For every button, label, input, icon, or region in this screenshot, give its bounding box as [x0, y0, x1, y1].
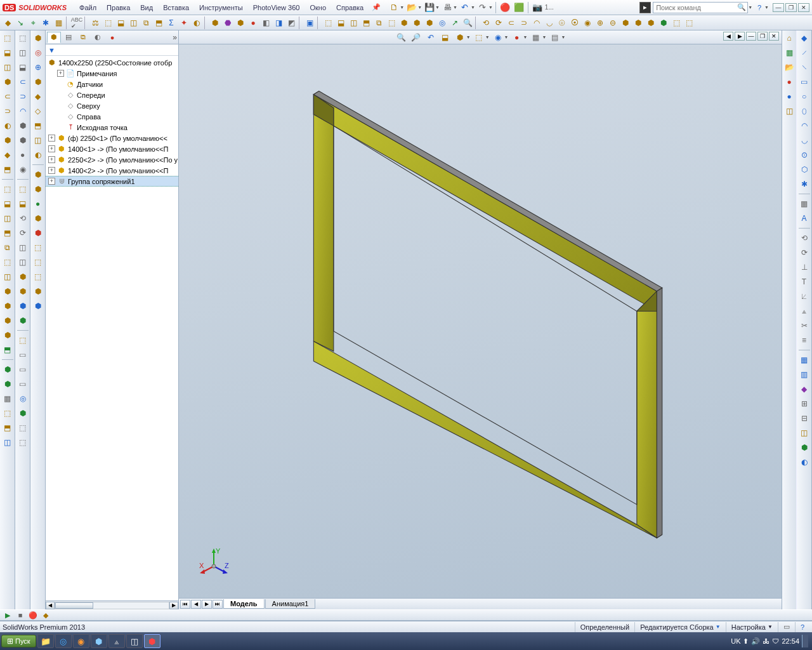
vtool-icon[interactable]: ⬓ [1, 197, 14, 210]
vtool-icon[interactable]: ⬢ [16, 270, 29, 283]
start-button[interactable]: ⊞ Пуск [1, 635, 36, 647]
tray-icon[interactable]: ⬆ [743, 637, 749, 646]
3d-viewport[interactable]: Y X Z [179, 44, 782, 598]
dropdown-arrow-icon[interactable]: ▼ [748, 5, 752, 10]
vtool-icon[interactable]: ⬢ [32, 300, 44, 312]
tray-shield-icon[interactable]: 🛡 [772, 637, 779, 645]
dropdown-arrow-icon[interactable]: ▼ [485, 35, 490, 39]
vtool-icon[interactable]: ◫ [32, 134, 44, 147]
tree-row[interactable]: +⬢2250<2> -> (По умолчанию<<По у [46, 154, 178, 165]
taskbar-app[interactable]: ◎ [55, 634, 72, 648]
open-button[interactable]: 📂 [405, 1, 418, 14]
vtool-icon[interactable]: ⬚ [32, 256, 44, 269]
panel-scroll-h[interactable]: ◀ ▶ [46, 600, 178, 609]
taskbar-app[interactable]: ⬢ [91, 634, 107, 648]
tool-icon[interactable]: ▣ [304, 17, 315, 29]
tool-icon[interactable]: ⬒ [360, 17, 372, 29]
vtool-icon[interactable]: ⬚ [16, 421, 29, 434]
zoom-area-icon[interactable]: 🔎 [410, 32, 422, 43]
vtool-icon[interactable]: ⬢ [16, 300, 29, 312]
taskbar-app[interactable]: 📁 [37, 634, 54, 648]
tool-icon[interactable]: ↘ [15, 17, 26, 29]
scroll-right-button[interactable]: ▶ [169, 602, 178, 609]
vtool-icon[interactable]: ▦ [1, 392, 14, 405]
expand-icon[interactable]: + [57, 70, 64, 77]
vtool-icon[interactable]: ◫ [1, 212, 14, 225]
scroll-thumb[interactable] [55, 602, 93, 609]
expand-icon[interactable]: + [48, 145, 55, 152]
dropdown-arrow-icon[interactable]: ▼ [400, 5, 404, 10]
vtool-icon[interactable]: ◎ [16, 392, 29, 405]
tool-icon[interactable]: ⊕ [594, 17, 606, 29]
screenshot-button[interactable]: 📷 [531, 1, 544, 14]
tool-icon[interactable]: 🔍 [462, 17, 473, 29]
print-button[interactable]: 🖶 [441, 1, 454, 14]
vtool-icon[interactable]: ● [32, 197, 44, 210]
vtool-icon[interactable]: ◐ [1, 119, 14, 132]
vtool-icon[interactable]: ⬢ [16, 119, 29, 132]
vtool-icon[interactable]: ⬢ [1, 329, 14, 342]
vtool-icon[interactable]: ◫ [798, 427, 811, 439]
vtool-icon[interactable]: ⊙ [798, 149, 811, 161]
tab-next-button[interactable]: ▶ [202, 600, 212, 609]
vtool-icon[interactable]: ⬒ [1, 343, 14, 356]
zoom-fit-icon[interactable]: 🔍 [395, 32, 408, 43]
dropdown-arrow-icon[interactable]: ▼ [542, 35, 546, 39]
vtool-icon[interactable]: ⬢ [1, 300, 14, 312]
expand-icon[interactable]: + [48, 156, 55, 163]
dropdown-arrow-icon[interactable]: ▼ [523, 35, 528, 39]
tool-icon[interactable]: ⬓ [115, 17, 126, 29]
vtool-icon[interactable]: ⬚ [16, 183, 29, 196]
vtool-icon[interactable]: ◆ [1, 149, 14, 161]
vtool-icon[interactable]: ◫ [783, 105, 796, 117]
menu-tools[interactable]: Инструменты [194, 3, 248, 13]
scene-icon[interactable]: ▦ [529, 32, 542, 43]
lang-indicator[interactable]: UK [731, 637, 740, 645]
vtool-icon[interactable]: ● [16, 149, 29, 161]
tool-icon[interactable]: ▦ [53, 17, 64, 29]
tool-icon[interactable]: ⬣ [222, 17, 233, 29]
vtool-icon[interactable]: ⟳ [798, 246, 811, 259]
taskbar-app[interactable]: ◫ [126, 634, 143, 648]
vtool-icon[interactable]: ⬓ [16, 197, 29, 210]
doc-maximize-button[interactable]: ❐ [757, 32, 768, 41]
tree-row[interactable]: ◇Спереди [46, 90, 178, 100]
vtool-icon[interactable]: ▦ [783, 46, 796, 59]
undo-button[interactable]: ↶ [459, 1, 471, 14]
appearance-icon[interactable]: ● [511, 32, 523, 43]
tool-icon[interactable]: ⬓ [335, 17, 346, 29]
vtool-icon[interactable]: ◫ [16, 46, 29, 59]
redo-button[interactable]: ↷ [476, 1, 489, 14]
vtool-icon[interactable]: ◆ [798, 383, 811, 395]
tool-icon[interactable]: ⟲ [480, 17, 492, 29]
dropdown-arrow-icon[interactable]: ▼ [466, 35, 471, 39]
dropdown-arrow-icon[interactable]: ▼ [561, 35, 565, 39]
tool-icon[interactable]: ⊃ [518, 17, 530, 29]
fm-tab-dim[interactable]: ◐ [91, 32, 105, 43]
tool-icon[interactable]: ⬢ [235, 17, 246, 29]
vtool-icon[interactable]: ⬚ [1, 32, 14, 44]
vtool-icon[interactable]: ⟲ [16, 212, 29, 225]
menu-help[interactable]: Справка [331, 3, 369, 13]
vtool-icon[interactable]: ✱ [798, 178, 811, 190]
rebuild-button[interactable]: 🟩 [513, 1, 525, 14]
tool-icon[interactable]: ⬢ [620, 17, 631, 29]
vtool-icon[interactable]: ⊂ [1, 90, 14, 103]
tool-icon[interactable]: ◆ [2, 17, 13, 29]
vtool-icon[interactable]: ⬢ [1, 285, 14, 298]
vtool-icon[interactable]: ≡ [798, 334, 811, 347]
vtool-icon[interactable]: ⬓ [16, 61, 29, 74]
tree-row[interactable]: +⬢1400<2> -> (По умолчанию<<П [46, 165, 178, 176]
tool-icon[interactable]: ◎ [436, 17, 448, 29]
vtool-icon[interactable]: ▭ [798, 76, 811, 88]
orientation-triad[interactable]: Y X Z [198, 547, 230, 579]
taskbar-app[interactable]: ◉ [73, 634, 89, 648]
tool-icon[interactable]: ◫ [128, 17, 139, 29]
dropdown-arrow-icon[interactable]: ▼ [488, 5, 493, 10]
fm-tab-config[interactable]: ⧉ [76, 32, 90, 43]
tab-first-button[interactable]: ⏮ [180, 600, 190, 609]
tool-icon[interactable]: ⬚ [386, 17, 397, 29]
tool-icon[interactable]: ⬢ [658, 17, 669, 29]
doc-prev-icon[interactable]: ◀ [723, 32, 733, 41]
folder-icon[interactable]: 📂 [783, 61, 796, 74]
